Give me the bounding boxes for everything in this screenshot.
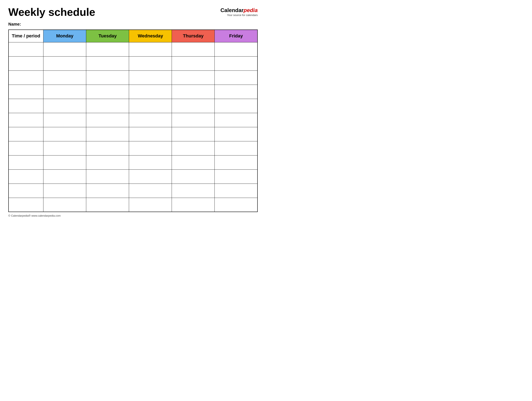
header-tuesday: Tuesday [86, 30, 129, 42]
table-cell[interactable] [44, 42, 86, 56]
table-cell[interactable] [8, 113, 44, 127]
table-cell[interactable] [215, 155, 258, 169]
table-cell[interactable] [44, 127, 86, 141]
table-row [8, 127, 258, 141]
logo-calendar: Calendar [221, 7, 244, 13]
logo-text: Calendarpedia [221, 7, 258, 13]
table-cell[interactable] [129, 198, 172, 212]
table-cell[interactable] [215, 141, 258, 155]
table-cell[interactable] [215, 42, 258, 56]
table-row [8, 42, 258, 56]
table-cell[interactable] [215, 99, 258, 113]
table-cell[interactable] [172, 169, 215, 184]
table-cell[interactable] [8, 85, 44, 99]
table-cell[interactable] [44, 99, 86, 113]
header-time: Time / period [8, 30, 44, 42]
table-cell[interactable] [44, 141, 86, 155]
table-header-row: Time / period Monday Tuesday Wednesday T… [8, 30, 258, 42]
table-cell[interactable] [86, 42, 129, 56]
footer: © Calendarpedia® www.calendarpedia.com [8, 214, 258, 217]
table-cell[interactable] [86, 99, 129, 113]
table-cell[interactable] [44, 155, 86, 169]
table-cell[interactable] [86, 113, 129, 127]
table-cell[interactable] [8, 169, 44, 184]
table-cell[interactable] [86, 198, 129, 212]
table-cell[interactable] [129, 85, 172, 99]
table-cell[interactable] [44, 56, 86, 70]
table-cell[interactable] [215, 70, 258, 85]
table-cell[interactable] [8, 56, 44, 70]
table-cell[interactable] [44, 85, 86, 99]
table-cell[interactable] [172, 113, 215, 127]
table-cell[interactable] [44, 113, 86, 127]
table-cell[interactable] [8, 99, 44, 113]
table-cell[interactable] [8, 42, 44, 56]
table-cell[interactable] [8, 141, 44, 155]
table-cell[interactable] [8, 198, 44, 212]
table-cell[interactable] [172, 141, 215, 155]
table-cell[interactable] [215, 56, 258, 70]
table-cell[interactable] [129, 99, 172, 113]
table-cell[interactable] [86, 127, 129, 141]
table-row [8, 56, 258, 70]
table-cell[interactable] [172, 198, 215, 212]
table-row [8, 198, 258, 212]
schedule-table: Time / period Monday Tuesday Wednesday T… [8, 30, 258, 212]
table-row [8, 169, 258, 184]
table-row [8, 113, 258, 127]
table-cell[interactable] [172, 85, 215, 99]
table-cell[interactable] [172, 155, 215, 169]
header-monday: Monday [44, 30, 86, 42]
header-friday: Friday [215, 30, 258, 42]
table-cell[interactable] [172, 99, 215, 113]
table-cell[interactable] [129, 184, 172, 198]
table-cell[interactable] [172, 127, 215, 141]
table-cell[interactable] [86, 184, 129, 198]
logo-tagline: Your source for calendars [221, 13, 258, 17]
table-cell[interactable] [215, 127, 258, 141]
table-cell[interactable] [86, 141, 129, 155]
table-cell[interactable] [8, 184, 44, 198]
table-cell[interactable] [129, 155, 172, 169]
table-cell[interactable] [215, 113, 258, 127]
table-row [8, 70, 258, 85]
table-cell[interactable] [129, 70, 172, 85]
logo-pedia: pedia [244, 7, 258, 13]
header-thursday: Thursday [172, 30, 215, 42]
table-cell[interactable] [129, 141, 172, 155]
table-cell[interactable] [215, 169, 258, 184]
table-row [8, 141, 258, 155]
table-cell[interactable] [86, 70, 129, 85]
table-cell[interactable] [86, 155, 129, 169]
table-cell[interactable] [8, 70, 44, 85]
table-row [8, 85, 258, 99]
name-label: Name: [8, 22, 258, 27]
table-cell[interactable] [44, 70, 86, 85]
table-cell[interactable] [86, 56, 129, 70]
table-row [8, 99, 258, 113]
table-cell[interactable] [172, 70, 215, 85]
table-cell[interactable] [215, 85, 258, 99]
table-cell[interactable] [215, 198, 258, 212]
table-cell[interactable] [129, 169, 172, 184]
header-wednesday: Wednesday [129, 30, 172, 42]
table-cell[interactable] [129, 113, 172, 127]
table-cell[interactable] [86, 85, 129, 99]
table-cell[interactable] [129, 127, 172, 141]
table-row [8, 184, 258, 198]
table-cell[interactable] [215, 184, 258, 198]
table-cell[interactable] [44, 169, 86, 184]
table-cell[interactable] [44, 198, 86, 212]
table-cell[interactable] [44, 184, 86, 198]
table-cell[interactable] [172, 42, 215, 56]
table-cell[interactable] [8, 155, 44, 169]
table-cell[interactable] [129, 42, 172, 56]
logo-container: Calendarpedia Your source for calendars [221, 7, 258, 17]
table-cell[interactable] [8, 127, 44, 141]
table-cell[interactable] [172, 184, 215, 198]
table-cell[interactable] [172, 56, 215, 70]
page-title: Weekly schedule [8, 6, 95, 18]
table-cell[interactable] [86, 169, 129, 184]
table-cell[interactable] [129, 56, 172, 70]
page-header: Weekly schedule Calendarpedia Your sourc… [8, 6, 258, 18]
